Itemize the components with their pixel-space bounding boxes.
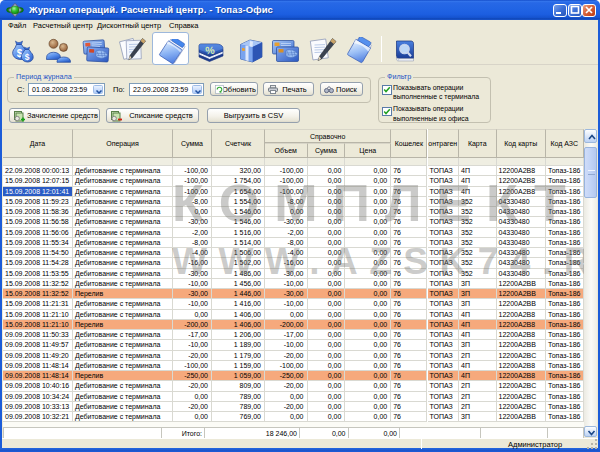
svg-text:%: % (205, 43, 216, 56)
svg-text:$: $ (25, 51, 30, 61)
